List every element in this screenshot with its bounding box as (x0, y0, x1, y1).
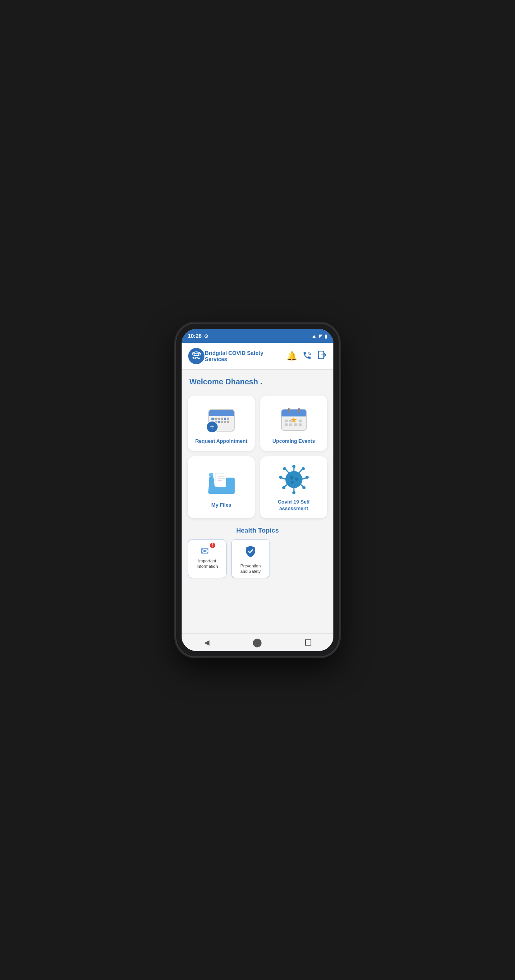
svg-point-46 (291, 481, 294, 483)
home-icon: ⬤ (252, 637, 262, 648)
svg-rect-15 (299, 420, 302, 422)
svg-point-36 (292, 491, 295, 494)
bell-button[interactable]: 🔔 (287, 351, 297, 361)
upcoming-events-icon-area: ★ (280, 403, 308, 434)
svg-point-32 (306, 476, 309, 479)
logout-icon[interactable] (317, 350, 327, 362)
svg-rect-12 (298, 408, 300, 413)
shield-check-icon (244, 545, 257, 558)
covid-assessment-label: Covid-19 Self assessment (265, 499, 323, 512)
svg-point-40 (279, 476, 282, 479)
health-topics-section: Health Topics ✉ ! ImportantInformation (182, 524, 333, 583)
svg-rect-16 (285, 423, 288, 426)
request-appointment-card[interactable]: + Request Appointment (188, 396, 255, 451)
covid-assessment-card[interactable]: Covid-19 Self assessment (260, 456, 327, 518)
plus-circle-icon: + (206, 421, 218, 433)
svg-point-44 (290, 476, 294, 480)
phone-frame: 10:28 ⊙ ▲ ◤ ▮ 🔷 (176, 324, 339, 656)
back-icon: ◀ (204, 638, 209, 647)
prevention-safety-card[interactable]: Preventionand Safety (231, 539, 270, 579)
logo-area: 🔷 TATA (188, 348, 205, 365)
folder-icon (207, 469, 236, 496)
time-display: 10:28 (188, 333, 202, 339)
events-calendar-icon: ★ (280, 406, 308, 432)
bell-icon: 🔔 (287, 351, 297, 361)
svg-rect-11 (288, 408, 290, 413)
recents-icon (305, 639, 311, 646)
recents-button[interactable] (300, 635, 316, 650)
status-bar: 10:28 ⊙ ▲ ◤ ▮ (182, 329, 333, 343)
my-files-card[interactable]: My Files (188, 456, 255, 518)
request-appointment-icon-area: + (208, 403, 235, 434)
my-files-label: My Files (211, 502, 231, 509)
location-icon: ⊙ (204, 333, 208, 339)
request-appointment-label: Request Appointment (195, 438, 247, 445)
svg-point-28 (292, 465, 295, 468)
svg-rect-19 (299, 423, 302, 426)
battery-icon: ▮ (324, 333, 327, 339)
important-info-icon: ✉ ! (201, 545, 214, 556)
svg-line-41 (285, 469, 289, 473)
svg-rect-23 (216, 474, 226, 487)
header-icons: 🔔 (287, 350, 327, 362)
svg-point-45 (295, 478, 298, 481)
main-grid: + Request Appointment (182, 390, 333, 524)
status-icons: ▲ ◤ ▮ (311, 333, 327, 339)
exclaim-badge: ! (210, 543, 215, 548)
tata-logo: 🔷 TATA (188, 348, 205, 365)
prevention-safety-icon (244, 545, 257, 561)
bottom-nav: ◀ ⬤ (182, 633, 333, 651)
prevention-safety-label: Preventionand Safety (240, 563, 261, 574)
health-topics-title: Health Topics (188, 527, 327, 535)
back-button[interactable]: ◀ (199, 635, 215, 650)
svg-rect-13 (285, 420, 288, 422)
scroll-content: Welcome Dhanesh . (182, 370, 333, 638)
phone-screen: 10:28 ⊙ ▲ ◤ ▮ 🔷 (182, 329, 333, 651)
my-files-icon-area (207, 467, 236, 498)
virus-icon (279, 464, 309, 495)
envelope-icon: ✉ (201, 545, 209, 557)
welcome-section: Welcome Dhanesh . (182, 370, 333, 390)
svg-point-43 (285, 471, 302, 488)
svg-point-34 (302, 486, 306, 489)
svg-point-38 (282, 486, 285, 489)
svg-line-29 (299, 469, 302, 473)
app-header: 🔷 TATA Bridgital COVID Safety Services 🔔 (182, 343, 333, 370)
covid-assessment-icon-area (279, 464, 309, 495)
phone-call-icon[interactable] (302, 351, 312, 362)
upcoming-events-card[interactable]: ★ Upcoming Events (260, 396, 327, 451)
health-topics-grid: ✉ ! ImportantInformation (188, 539, 327, 579)
svg-text:★: ★ (290, 416, 297, 424)
wifi-icon: ▲ (311, 333, 317, 339)
upcoming-events-label: Upcoming Events (273, 438, 315, 445)
important-information-card[interactable]: ✉ ! ImportantInformation (188, 539, 227, 579)
appointment-calendar-icon: + (208, 406, 235, 432)
status-time-area: 10:28 ⊙ (188, 333, 208, 339)
svg-text:TATA: TATA (192, 356, 200, 360)
signal-icon: ◤ (319, 333, 323, 339)
important-info-label: ImportantInformation (196, 558, 218, 569)
welcome-text: Welcome Dhanesh . (189, 377, 326, 386)
home-button[interactable]: ⬤ (250, 635, 265, 650)
app-title: Bridgital COVID Safety Services (205, 350, 287, 362)
svg-point-42 (283, 467, 286, 470)
svg-point-0 (188, 348, 204, 364)
svg-point-30 (302, 467, 305, 470)
